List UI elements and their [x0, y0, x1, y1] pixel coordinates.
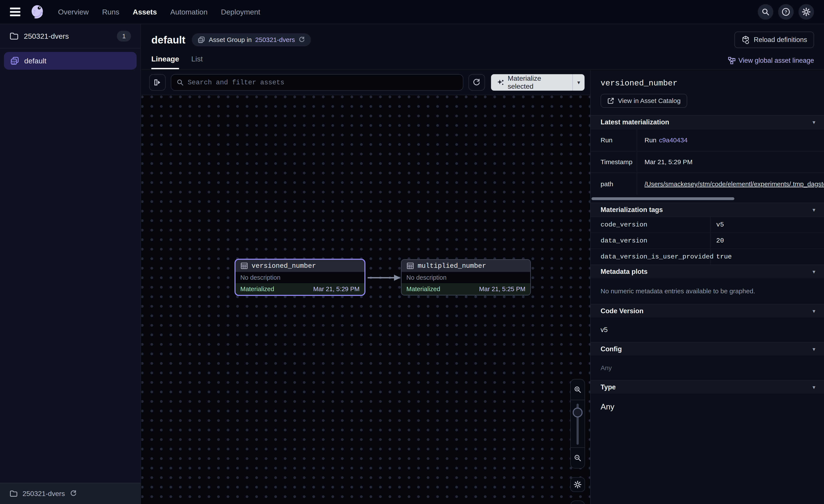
- refresh-icon: [473, 78, 481, 87]
- download-image-button[interactable]: [570, 501, 585, 504]
- table-icon: [240, 262, 248, 270]
- code-version-value: v5: [591, 318, 824, 342]
- view-tabs: Lineage List View global asset lineage: [141, 55, 824, 69]
- asset-details-panel: versioned_number View in Asset Catalog L…: [590, 70, 824, 504]
- reload-definitions-button[interactable]: Reload definitions: [734, 31, 814, 48]
- main-area: default Asset Group in 250321-dvers: [141, 24, 824, 504]
- latest-timestamp-row: Timestamp Mar 21, 5:29 PM: [591, 151, 824, 172]
- sidebar-footer-name: 250321-dvers: [22, 490, 65, 498]
- caret-down-icon: ▾: [577, 79, 580, 86]
- horizontal-scrollbar-thumb[interactable]: [592, 197, 734, 200]
- hamburger-menu-icon[interactable]: [10, 8, 20, 16]
- materialize-options-caret[interactable]: ▾: [573, 74, 585, 91]
- refresh-icon[interactable]: [298, 36, 305, 43]
- zoom-slider[interactable]: [571, 400, 585, 448]
- tag-row-data-version: data_version 20: [591, 233, 824, 249]
- expand-sidebar-button[interactable]: [149, 74, 166, 91]
- type-value: Any: [591, 394, 824, 420]
- top-nav: Overview Runs Assets Automation Deployme…: [0, 0, 824, 24]
- help-button[interactable]: ?: [778, 4, 794, 20]
- search-icon: [761, 8, 770, 16]
- sidebar-footer-repo[interactable]: 250321-dvers: [0, 483, 140, 504]
- primary-nav: Overview Runs Assets Automation Deployme…: [58, 8, 260, 16]
- lineage-edge-arrow: [367, 272, 402, 283]
- section-metadata-plots[interactable]: Metadata plots ▾: [591, 265, 824, 278]
- sidebar-item-default[interactable]: default: [4, 52, 137, 70]
- panel-expand-icon: [153, 78, 162, 87]
- nav-item-deployment[interactable]: Deployment: [221, 8, 260, 16]
- zoom-out-icon: [574, 454, 582, 462]
- asset-node-timestamp: Mar 21, 5:29 PM: [313, 285, 359, 293]
- asset-node-timestamp: Mar 21, 5:25 PM: [479, 285, 525, 293]
- sidebar-group-row[interactable]: 250321-dvers 1: [0, 24, 140, 48]
- refresh-icon[interactable]: [70, 490, 77, 497]
- zoom-slider-thumb[interactable]: [573, 407, 583, 417]
- section-config[interactable]: Config ▾: [591, 342, 824, 356]
- refresh-graph-button[interactable]: [469, 74, 485, 91]
- gear-icon: [802, 7, 811, 16]
- chevron-down-icon: ▾: [813, 384, 815, 391]
- tab-list[interactable]: List: [191, 55, 203, 69]
- nav-item-overview[interactable]: Overview: [58, 8, 89, 16]
- reload-definitions-label: Reload definitions: [754, 36, 807, 44]
- nav-item-assets[interactable]: Assets: [133, 8, 157, 16]
- search-input[interactable]: [188, 79, 458, 86]
- panel-asset-name: versioned_number: [591, 70, 824, 88]
- nav-item-automation[interactable]: Automation: [171, 8, 208, 16]
- gear-icon: [574, 480, 582, 489]
- nav-item-runs[interactable]: Runs: [102, 8, 119, 16]
- tab-lineage[interactable]: Lineage: [151, 55, 179, 69]
- path-link[interactable]: /Users/smackesey/stm/code/elementl/exper…: [644, 180, 824, 188]
- run-label: Run: [591, 129, 637, 151]
- asset-search-box: [171, 74, 463, 91]
- chevron-down-icon: ▾: [813, 119, 815, 126]
- graph-settings-button[interactable]: [570, 477, 585, 492]
- sidebar-group-count-badge: 1: [117, 31, 131, 41]
- path-label: path: [591, 173, 637, 195]
- asset-node-name: multiplied_number: [418, 262, 486, 270]
- chevron-down-icon: ▾: [813, 207, 815, 213]
- zoom-in-icon: [574, 386, 582, 393]
- asset-node-multiplied-number[interactable]: multiplied_number No description Materia…: [401, 259, 531, 295]
- latest-path-row: path /Users/smackesey/stm/code/elementl/…: [591, 172, 824, 195]
- search-button[interactable]: [758, 4, 774, 20]
- timestamp-value: Mar 21, 5:29 PM: [637, 151, 824, 172]
- graph-view-controls: [570, 379, 585, 504]
- help-icon: ?: [782, 8, 790, 16]
- view-global-asset-lineage-link[interactable]: View global asset lineage: [728, 57, 814, 69]
- global-lineage-icon: [728, 57, 735, 64]
- table-icon: [406, 262, 414, 270]
- view-in-asset-catalog-button[interactable]: View in Asset Catalog: [601, 94, 687, 108]
- latest-run-row: Run Run c9a40434: [591, 129, 824, 151]
- zoom-in-button[interactable]: [571, 379, 585, 400]
- asset-node-versioned-number[interactable]: versioned_number No description Material…: [234, 259, 366, 296]
- zoom-out-button[interactable]: [571, 448, 585, 468]
- folder-icon: [9, 490, 18, 497]
- dagster-logo[interactable]: [30, 4, 45, 19]
- materialize-selected-button[interactable]: Materialize selected: [491, 74, 573, 91]
- chevron-down-icon: ▾: [813, 308, 815, 314]
- page-header: default Asset Group in 250321-dvers: [141, 24, 824, 70]
- folder-icon: [9, 32, 19, 40]
- section-code-version[interactable]: Code Version ▾: [591, 304, 824, 318]
- materialize-selected-label: Materialize selected: [508, 75, 567, 91]
- lineage-graph-canvas[interactable]: versioned_number No description Material…: [141, 95, 590, 504]
- svg-text:?: ?: [785, 9, 788, 14]
- section-materialization-tags[interactable]: Materialization tags ▾: [591, 203, 824, 217]
- section-type[interactable]: Type ▾: [591, 380, 824, 394]
- badge-group-link[interactable]: 250321-dvers: [255, 36, 295, 43]
- settings-button[interactable]: [799, 4, 814, 20]
- config-value: Any: [591, 356, 824, 380]
- nav-actions: ?: [758, 4, 814, 20]
- run-id-link[interactable]: c9a40434: [659, 136, 688, 144]
- asset-node-description: No description: [402, 272, 530, 283]
- timestamp-label: Timestamp: [591, 151, 637, 172]
- metadata-plots-empty-text: No numeric metadata entries available to…: [591, 278, 824, 304]
- tag-row-code-version: code_version v5: [591, 217, 824, 233]
- dagster-app: Overview Runs Assets Automation Deployme…: [0, 0, 824, 504]
- section-latest-materialization[interactable]: Latest materialization ▾: [591, 115, 824, 129]
- sparkle-icon: [497, 79, 504, 86]
- reload-definitions-icon: [741, 35, 750, 44]
- chevron-down-icon: ▾: [813, 346, 815, 353]
- materialize-selected-split-button: Materialize selected ▾: [491, 74, 585, 91]
